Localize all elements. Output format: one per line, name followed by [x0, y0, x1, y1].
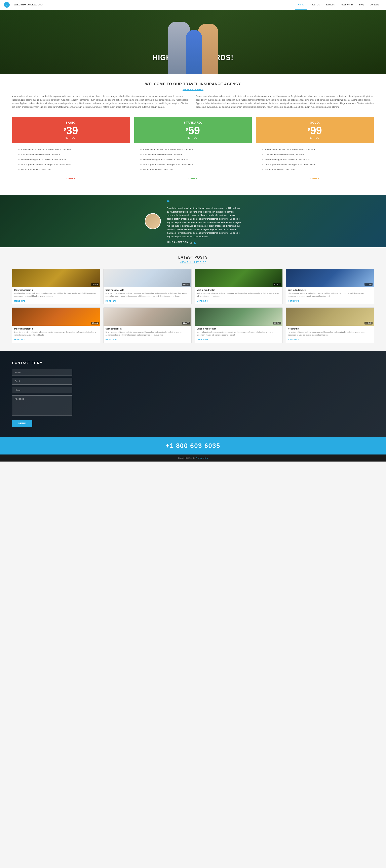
post-content-5: Dolor in hendrerit in Dolor in hendrerit… [12, 326, 100, 343]
welcome-text-left: Autem vel eum iriure dolor in hendrerit … [12, 95, 190, 109]
price-header-basic: BASIC: $39 PER TOUR [12, 117, 130, 143]
brand-name: TRAVEL INSURANCE AGENCY [11, 3, 43, 6]
order-btn-gold[interactable]: ORDER [260, 176, 370, 181]
welcome-heading: WELCOME TO OUR TRAVEL INSURANCE AGENCY [12, 82, 374, 86]
post-excerpt-3: Verit in vulputate velit esse molestie c… [197, 292, 281, 298]
feature-item: Autem vel eum iriure dolce in hendrerit … [138, 147, 248, 152]
footer-phone-section: +1 800 603 6035 [0, 437, 386, 455]
post-image-bg-6 [103, 308, 191, 326]
posts-heading: LATEST POSTS [12, 255, 374, 259]
order-btn-basic[interactable]: ORDER [16, 176, 126, 181]
nav-item-testimonials[interactable]: Testimonials [337, 0, 356, 10]
nav-link-testimonials[interactable]: Testimonials [337, 0, 356, 9]
post-image-1: 31 JAN [12, 269, 100, 287]
more-info-btn-2[interactable]: MORE INFO [106, 300, 117, 302]
nav-item-about[interactable]: About Us [307, 0, 323, 10]
navbar: ✓ TRAVEL INSURANCE AGENCY Home About Us … [0, 0, 386, 10]
nav-menu: Home About Us Services Testimonials Blog… [295, 0, 382, 10]
footer-privacy-link[interactable]: Privacy policy [196, 457, 208, 459]
contact-form-title: CONTACT FORM [12, 361, 72, 365]
testimonial-avatar [145, 213, 161, 229]
per-tour-gold: PER TOUR [260, 136, 370, 139]
post-image-bg-8 [286, 308, 374, 326]
post-date-3: 01 JUN [273, 283, 281, 286]
post-card-6: 11 APR Ut in hendrerit in Ut in vulputat… [103, 307, 191, 343]
post-image-6: 11 APR [103, 308, 191, 326]
more-info-btn-1[interactable]: MORE INFO [14, 300, 26, 302]
post-content-3: Verit in hendrerit in Verit in vulputate… [195, 287, 283, 304]
price-tier-gold: GOLD: [260, 121, 370, 124]
post-title-8: Hendrerit in [288, 328, 372, 330]
name-field[interactable] [12, 369, 72, 376]
nav-link-contacts[interactable]: Contacts [367, 0, 382, 9]
send-button[interactable]: SEND [12, 420, 32, 427]
footer-phone-number: +1 800 603 6035 [5, 442, 381, 450]
price-card-basic: BASIC: $39 PER TOUR Autem vel eum iriure… [12, 117, 130, 185]
post-image-bg-7 [195, 308, 283, 326]
feature-item: Orci augue duis dolore te feugait nulla … [260, 162, 370, 167]
contact-section: CONTACT FORM SEND [0, 351, 386, 437]
nav-link-about[interactable]: About Us [307, 0, 323, 9]
nav-item-contacts[interactable]: Contacts [367, 0, 382, 10]
message-field[interactable] [12, 396, 72, 415]
email-field[interactable] [12, 378, 72, 384]
brand-logo: ✓ [4, 2, 10, 8]
post-image-4: 21 JAN [286, 269, 374, 287]
price-tier-standard: STANDARD: [138, 121, 248, 124]
price-header-standard: STANDARD: $59 PER TOUR [134, 117, 252, 143]
post-image-5: 13 JAN [12, 308, 100, 326]
nav-item-home[interactable]: Home [295, 0, 307, 10]
price-card-gold: GOLD: $99 PER TOUR Autem vel eum iriure … [256, 117, 374, 185]
post-card-2: 11 APR Ut in vulputate velit Ut in vulpu… [103, 269, 191, 304]
feature-item: Cellt esse molestie consequat, vel illum [260, 152, 370, 157]
welcome-section: WELCOME TO OUR TRAVEL INSURANCE AGENCY V… [0, 74, 386, 117]
post-date-8: 29 JUN [364, 322, 373, 324]
hero-person-center [186, 30, 202, 74]
more-info-btn-6[interactable]: MORE INFO [106, 339, 117, 341]
nav-link-home[interactable]: Home [295, 0, 307, 10]
post-image-bg-5 [12, 308, 100, 326]
post-image-bg-3 [195, 269, 283, 287]
feature-item: Cellt esse molestie consequat, vel illum [16, 152, 126, 157]
post-date-5: 13 JAN [91, 322, 99, 324]
footer-copyright: Copyright © 2014 • Privacy policy [178, 457, 208, 459]
order-btn-standard[interactable]: ORDER [138, 176, 248, 181]
more-info-btn-5[interactable]: MORE INFO [14, 339, 26, 341]
nav-link-services[interactable]: Services [323, 0, 337, 9]
nav-link-blog[interactable]: Blog [356, 0, 367, 9]
nav-item-services[interactable]: Services [323, 0, 337, 10]
price-tier-basic: BASIC: [16, 121, 126, 124]
post-excerpt-7: Ne in vulputate velit esse molestie cons… [197, 331, 281, 336]
post-image-bg-4 [286, 269, 374, 287]
post-date-1: 31 JAN [91, 283, 99, 286]
feature-item: Autem vel eum iriure dolce in hendrerit … [16, 147, 126, 152]
price-amount-gold: $99 [260, 125, 370, 135]
more-info-btn-7[interactable]: MORE INFO [197, 339, 208, 341]
price-features-basic: Autem vel eum iriure dolce in hendrerit … [12, 143, 130, 176]
more-info-btn-8[interactable]: MORE INFO [288, 339, 299, 341]
post-date-4: 21 JAN [364, 283, 373, 286]
hero-section: HIGHER STANDARDS! [0, 10, 386, 74]
price-amount-standard: $59 [138, 125, 248, 135]
post-image-bg-2 [103, 269, 191, 287]
feature-item: Rempor cum soluta nobis oles [138, 167, 248, 172]
post-image-7: 09 JUN [195, 308, 283, 326]
feature-item: Autem vel eum iriure dolce in hendrerit … [260, 147, 370, 152]
post-card-3: 01 JUN Verit in hendrerit in Verit in vu… [195, 269, 283, 304]
view-articles-link[interactable]: VIEW FULL ARTICLES [180, 261, 206, 264]
post-excerpt-6: Ut in vulputate velit esse molestie cons… [106, 331, 189, 336]
feature-item: Dolore eu feugiat nulla facilisis at ver… [16, 157, 126, 162]
price-features-standard: Autem vel eum iriure dolce in hendrerit … [134, 143, 252, 176]
contact-form-container: CONTACT FORM SEND [12, 361, 72, 427]
post-title-7: Dolor in hendrerit in [197, 328, 281, 330]
post-image-bg-1 [12, 269, 100, 287]
view-packages-link[interactable]: VIEW PACKAGES [182, 88, 204, 91]
more-info-btn-3[interactable]: MORE INFO [197, 300, 208, 302]
post-content-7: Dolor in hendrerit in Ne in vulputate ve… [195, 326, 283, 343]
hero-people [0, 10, 386, 74]
nav-item-blog[interactable]: Blog [356, 0, 367, 10]
more-info-btn-4[interactable]: MORE INFO [288, 300, 299, 302]
phone-field[interactable] [12, 386, 72, 394]
post-title-1: Dolor in hendrerit in [14, 289, 98, 291]
post-date-7: 09 JUN [273, 322, 281, 324]
